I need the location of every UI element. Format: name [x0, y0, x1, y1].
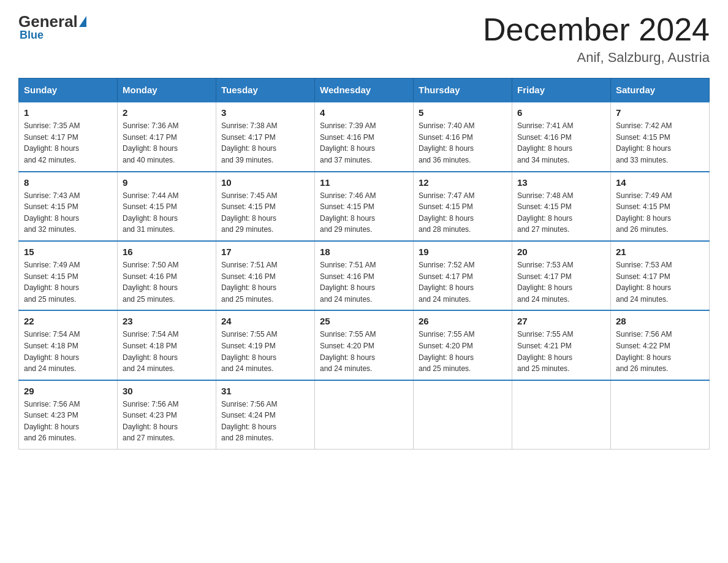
day-info: Sunrise: 7:48 AMSunset: 4:15 PMDaylight:… — [517, 190, 605, 236]
day-number: 19 — [419, 247, 507, 257]
day-number: 27 — [517, 316, 605, 326]
calendar-cell: 27Sunrise: 7:55 AMSunset: 4:21 PMDayligh… — [512, 310, 611, 380]
calendar-cell: 29Sunrise: 7:56 AMSunset: 4:23 PMDayligh… — [19, 380, 118, 450]
day-number: 10 — [221, 177, 309, 188]
logo-triangle-icon — [79, 16, 86, 27]
calendar-cell: 19Sunrise: 7:52 AMSunset: 4:17 PMDayligh… — [414, 241, 512, 310]
page-header: General Blue December 2024 Anif, Salzbur… — [18, 12, 710, 66]
weekday-header-friday: Friday — [512, 79, 611, 102]
day-number: 9 — [123, 177, 211, 188]
calendar-cell: 20Sunrise: 7:53 AMSunset: 4:17 PMDayligh… — [512, 241, 611, 310]
weekday-header-wednesday: Wednesday — [315, 79, 414, 102]
calendar-cell: 11Sunrise: 7:46 AMSunset: 4:15 PMDayligh… — [315, 172, 414, 241]
calendar-cell: 24Sunrise: 7:55 AMSunset: 4:19 PMDayligh… — [216, 310, 315, 380]
day-info: Sunrise: 7:41 AMSunset: 4:16 PMDaylight:… — [517, 120, 605, 166]
week-row-1: 1Sunrise: 7:35 AMSunset: 4:17 PMDaylight… — [19, 102, 710, 171]
calendar-cell: 13Sunrise: 7:48 AMSunset: 4:15 PMDayligh… — [512, 172, 611, 241]
day-number: 12 — [419, 177, 507, 188]
title-section: December 2024 Anif, Salzburg, Austria — [483, 12, 710, 66]
day-info: Sunrise: 7:56 AMSunset: 4:22 PMDaylight:… — [616, 329, 704, 374]
calendar-cell: 2Sunrise: 7:36 AMSunset: 4:17 PMDaylight… — [118, 102, 216, 171]
page-subtitle: Anif, Salzburg, Austria — [483, 50, 710, 66]
day-info: Sunrise: 7:36 AMSunset: 4:17 PMDaylight:… — [123, 120, 211, 166]
page-title: December 2024 — [483, 12, 710, 47]
day-info: Sunrise: 7:42 AMSunset: 4:15 PMDaylight:… — [616, 120, 704, 166]
day-number: 7 — [616, 107, 704, 118]
calendar-cell — [315, 380, 414, 450]
calendar-cell: 6Sunrise: 7:41 AMSunset: 4:16 PMDaylight… — [512, 102, 611, 171]
day-info: Sunrise: 7:54 AMSunset: 4:18 PMDaylight:… — [123, 329, 211, 374]
calendar-cell — [512, 380, 611, 450]
week-row-5: 29Sunrise: 7:56 AMSunset: 4:23 PMDayligh… — [19, 380, 710, 450]
day-info: Sunrise: 7:43 AMSunset: 4:15 PMDaylight:… — [24, 190, 112, 236]
calendar-cell: 9Sunrise: 7:44 AMSunset: 4:15 PMDaylight… — [118, 172, 216, 241]
calendar-header-row: SundayMondayTuesdayWednesdayThursdayFrid… — [19, 79, 710, 102]
day-info: Sunrise: 7:51 AMSunset: 4:16 PMDaylight:… — [221, 259, 309, 305]
weekday-header-thursday: Thursday — [414, 79, 512, 102]
day-number: 2 — [123, 107, 211, 118]
day-info: Sunrise: 7:55 AMSunset: 4:20 PMDaylight:… — [320, 329, 408, 374]
day-number: 22 — [24, 316, 112, 326]
calendar-cell: 28Sunrise: 7:56 AMSunset: 4:22 PMDayligh… — [611, 310, 710, 380]
day-number: 23 — [123, 316, 211, 326]
day-number: 26 — [419, 316, 507, 326]
day-info: Sunrise: 7:55 AMSunset: 4:20 PMDaylight:… — [419, 329, 507, 374]
day-number: 25 — [320, 316, 408, 326]
calendar-cell: 21Sunrise: 7:53 AMSunset: 4:17 PMDayligh… — [611, 241, 710, 310]
day-info: Sunrise: 7:49 AMSunset: 4:15 PMDaylight:… — [616, 190, 704, 236]
day-info: Sunrise: 7:49 AMSunset: 4:15 PMDaylight:… — [24, 259, 112, 305]
calendar-cell: 3Sunrise: 7:38 AMSunset: 4:17 PMDaylight… — [216, 102, 315, 171]
day-info: Sunrise: 7:53 AMSunset: 4:17 PMDaylight:… — [517, 259, 605, 305]
weekday-header-saturday: Saturday — [611, 79, 710, 102]
calendar-cell: 4Sunrise: 7:39 AMSunset: 4:16 PMDaylight… — [315, 102, 414, 171]
calendar-cell: 16Sunrise: 7:50 AMSunset: 4:16 PMDayligh… — [118, 241, 216, 310]
day-number: 21 — [616, 247, 704, 257]
day-number: 20 — [517, 247, 605, 257]
day-info: Sunrise: 7:54 AMSunset: 4:18 PMDaylight:… — [24, 329, 112, 374]
day-info: Sunrise: 7:45 AMSunset: 4:15 PMDaylight:… — [221, 190, 309, 236]
day-number: 3 — [221, 107, 309, 118]
calendar-cell: 10Sunrise: 7:45 AMSunset: 4:15 PMDayligh… — [216, 172, 315, 241]
day-number: 16 — [123, 247, 211, 257]
calendar-cell: 26Sunrise: 7:55 AMSunset: 4:20 PMDayligh… — [414, 310, 512, 380]
day-number: 8 — [24, 177, 112, 188]
calendar-cell: 14Sunrise: 7:49 AMSunset: 4:15 PMDayligh… — [611, 172, 710, 241]
calendar-cell: 5Sunrise: 7:40 AMSunset: 4:16 PMDaylight… — [414, 102, 512, 171]
day-number: 1 — [24, 107, 112, 118]
calendar-cell: 12Sunrise: 7:47 AMSunset: 4:15 PMDayligh… — [414, 172, 512, 241]
day-number: 24 — [221, 316, 309, 326]
day-info: Sunrise: 7:44 AMSunset: 4:15 PMDaylight:… — [123, 190, 211, 236]
day-number: 11 — [320, 177, 408, 188]
day-info: Sunrise: 7:53 AMSunset: 4:17 PMDaylight:… — [616, 259, 704, 305]
day-number: 31 — [221, 386, 309, 396]
day-number: 13 — [517, 177, 605, 188]
day-number: 18 — [320, 247, 408, 257]
day-info: Sunrise: 7:55 AMSunset: 4:19 PMDaylight:… — [221, 329, 309, 374]
day-info: Sunrise: 7:55 AMSunset: 4:21 PMDaylight:… — [517, 329, 605, 374]
day-info: Sunrise: 7:52 AMSunset: 4:17 PMDaylight:… — [419, 259, 507, 305]
calendar-cell: 18Sunrise: 7:51 AMSunset: 4:16 PMDayligh… — [315, 241, 414, 310]
weekday-header-tuesday: Tuesday — [216, 79, 315, 102]
calendar-cell: 15Sunrise: 7:49 AMSunset: 4:15 PMDayligh… — [19, 241, 118, 310]
day-info: Sunrise: 7:56 AMSunset: 4:23 PMDaylight:… — [123, 399, 211, 444]
week-row-3: 15Sunrise: 7:49 AMSunset: 4:15 PMDayligh… — [19, 241, 710, 310]
day-number: 4 — [320, 107, 408, 118]
day-info: Sunrise: 7:40 AMSunset: 4:16 PMDaylight:… — [419, 120, 507, 166]
day-number: 17 — [221, 247, 309, 257]
day-info: Sunrise: 7:56 AMSunset: 4:24 PMDaylight:… — [221, 399, 309, 444]
day-number: 15 — [24, 247, 112, 257]
day-info: Sunrise: 7:51 AMSunset: 4:16 PMDaylight:… — [320, 259, 408, 305]
calendar-cell: 23Sunrise: 7:54 AMSunset: 4:18 PMDayligh… — [118, 310, 216, 380]
day-number: 29 — [24, 386, 112, 396]
day-info: Sunrise: 7:38 AMSunset: 4:17 PMDaylight:… — [221, 120, 309, 166]
day-info: Sunrise: 7:46 AMSunset: 4:15 PMDaylight:… — [320, 190, 408, 236]
day-number: 28 — [616, 316, 704, 326]
calendar-cell: 8Sunrise: 7:43 AMSunset: 4:15 PMDaylight… — [19, 172, 118, 241]
weekday-header-sunday: Sunday — [19, 79, 118, 102]
calendar-cell — [414, 380, 512, 450]
day-info: Sunrise: 7:50 AMSunset: 4:16 PMDaylight:… — [123, 259, 211, 305]
day-number: 30 — [123, 386, 211, 396]
calendar-cell: 17Sunrise: 7:51 AMSunset: 4:16 PMDayligh… — [216, 241, 315, 310]
day-number: 5 — [419, 107, 507, 118]
calendar-cell: 30Sunrise: 7:56 AMSunset: 4:23 PMDayligh… — [118, 380, 216, 450]
